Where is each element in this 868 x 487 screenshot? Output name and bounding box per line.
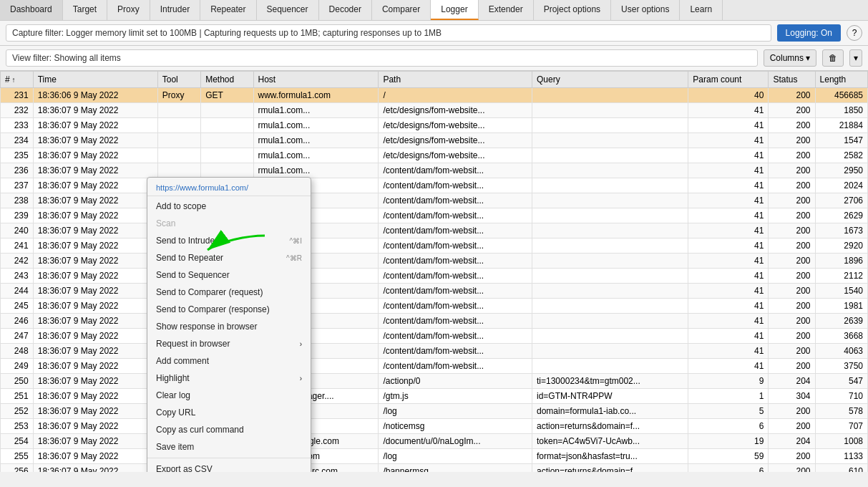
col-header-path[interactable]: Path xyxy=(379,72,532,88)
col-header-time[interactable]: Time xyxy=(33,72,157,88)
table-row[interactable]: 24818:36:07 9 May 2022rmula1.com.../cont… xyxy=(1,344,868,359)
col-header-host[interactable]: Host xyxy=(253,72,379,88)
view-filter-text: View filter: Showing all items xyxy=(6,49,758,67)
table-cell: 18:36:07 9 May 2022 xyxy=(33,178,157,193)
table-cell: 41 xyxy=(688,133,769,148)
nav-decoder[interactable]: Decoder xyxy=(319,0,372,20)
table-row[interactable]: 24618:36:07 9 May 2022rmula1.com.../cont… xyxy=(1,314,868,329)
logging-button[interactable]: Logging: On xyxy=(777,24,841,42)
menu-item[interactable]: Send to Comparer (response) xyxy=(147,301,311,318)
columns-button[interactable]: Columns ▾ xyxy=(764,49,816,67)
table-row[interactable]: 24718:36:07 9 May 2022rmula1.com.../cont… xyxy=(1,329,868,344)
nav-extender[interactable]: Extender xyxy=(479,0,534,20)
table-row[interactable]: 24318:36:07 9 May 2022rmula1.com.../cont… xyxy=(1,269,868,284)
table-cell: /bannermsg xyxy=(379,464,532,473)
table-cell: / xyxy=(379,88,532,103)
table-cell: /content/dam/fom-websit... xyxy=(379,254,532,269)
table-row[interactable]: 23718:36:07 9 May 2022rmula1.com.../cont… xyxy=(1,178,868,193)
table-row[interactable]: 23118:36:06 9 May 2022ProxyGETwww.formul… xyxy=(1,88,868,103)
menu-item[interactable]: Save item xyxy=(147,438,311,455)
table-row[interactable]: 23918:36:07 9 May 2022rmula1.com.../cont… xyxy=(1,208,868,223)
table-row[interactable]: 23218:36:07 9 May 2022rmula1.com.../etc/… xyxy=(1,103,868,118)
menu-item[interactable]: Send to Intruder^⌘I xyxy=(147,232,311,249)
menu-item[interactable]: Add comment xyxy=(147,352,311,370)
table-cell: 245 xyxy=(1,299,34,314)
menu-item[interactable]: Request in browser› xyxy=(147,335,311,352)
table-row[interactable]: 24118:36:07 9 May 2022rmula1.com.../cont… xyxy=(1,238,868,254)
table-cell: /etc/designs/fom-website... xyxy=(379,148,532,163)
table-row[interactable]: 25218:36:07 9 May 2022t.trustarc.com/log… xyxy=(1,404,868,419)
table-cell xyxy=(201,103,253,118)
menu-item[interactable]: Send to Comparer (request) xyxy=(147,284,311,301)
nav-intruder[interactable]: Intruder xyxy=(150,0,200,20)
nav-comparer[interactable]: Comparer xyxy=(372,0,431,20)
menu-item[interactable]: Highlight› xyxy=(147,370,311,387)
table-row[interactable]: 25118:36:07 9 May 2022oogletagmanager...… xyxy=(1,389,868,404)
col-header-num[interactable]: # xyxy=(1,72,34,88)
table-cell: token=AC4w5Vi7-UcAwb... xyxy=(532,434,688,449)
table-cell: /actionp/0 xyxy=(379,374,532,389)
table-cell: 200 xyxy=(769,329,815,344)
table-row[interactable]: 23518:36:07 9 May 2022rmula1.com.../etc/… xyxy=(1,148,868,163)
table-cell: 200 xyxy=(769,208,815,223)
table-row[interactable]: 24218:36:07 9 May 2022rmula1.com.../cont… xyxy=(1,254,868,269)
col-header-status[interactable]: Status xyxy=(769,72,815,88)
nav-logger[interactable]: Logger xyxy=(431,0,478,20)
table-row[interactable]: 24918:36:07 9 May 2022rmula1.com.../cont… xyxy=(1,359,868,374)
col-header-length[interactable]: Length xyxy=(815,72,867,88)
col-header-method[interactable]: Method xyxy=(201,72,253,88)
table-row[interactable]: 25018:36:07 9 May 2022lg.com.../actionp/… xyxy=(1,374,868,389)
table-cell: 610 xyxy=(815,464,867,473)
menu-item[interactable]: Copy as curl command xyxy=(147,421,311,438)
table-row[interactable]: 25318:36:07 9 May 2022t.trustarc.com/not… xyxy=(1,419,868,434)
table-row[interactable]: 25418:36:07 9 May 2022accounts.google.co… xyxy=(1,434,868,449)
menu-item[interactable]: Send to Repeater^⌘R xyxy=(147,249,311,266)
nav-target[interactable]: Target xyxy=(63,0,107,20)
col-header-param-count[interactable]: Param count xyxy=(688,72,769,88)
table-cell: 18:36:07 9 May 2022 xyxy=(33,148,157,163)
table-row[interactable]: 23318:36:07 9 May 2022rmula1.com.../etc/… xyxy=(1,118,868,133)
table-cell xyxy=(201,118,253,133)
table-cell: 18:36:07 9 May 2022 xyxy=(33,284,157,299)
nav-learn[interactable]: Learn xyxy=(680,0,723,20)
nav-dashboard[interactable]: Dashboard xyxy=(0,0,63,20)
menu-item-label: Scan xyxy=(156,218,175,228)
table-cell: 18:36:07 9 May 2022 xyxy=(33,449,157,464)
table-row[interactable]: 24018:36:07 9 May 2022rmula1.com.../cont… xyxy=(1,223,868,238)
table-row[interactable]: 25618:36:07 9 May 2022ProxyGETconsent.tr… xyxy=(1,464,868,473)
table-cell: 18:36:07 9 May 2022 xyxy=(33,223,157,238)
col-header-query[interactable]: Query xyxy=(532,72,688,88)
table-cell: 244 xyxy=(1,284,34,299)
menu-url[interactable]: https://www.formula1.com/ xyxy=(147,180,311,196)
menu-item[interactable]: Send to Sequencer xyxy=(147,266,311,284)
trash-dropdown-button[interactable]: ▾ xyxy=(849,49,862,67)
table-row[interactable]: 24418:36:07 9 May 2022rmula1.com.../cont… xyxy=(1,284,868,299)
menu-item[interactable]: Scan xyxy=(147,215,311,232)
table-row[interactable]: 23618:36:07 9 May 2022rmula1.com.../cont… xyxy=(1,163,868,178)
table-cell: 200 xyxy=(769,344,815,359)
menu-item-label: Clear log xyxy=(156,390,190,400)
col-header-tool[interactable]: Tool xyxy=(157,72,200,88)
trash-button[interactable]: 🗑 xyxy=(822,49,844,67)
table-cell: 41 xyxy=(688,193,769,208)
table-row[interactable]: 23818:36:07 9 May 2022rmula1.com.../cont… xyxy=(1,193,868,208)
menu-item-label: Send to Comparer (request) xyxy=(156,287,263,297)
menu-item[interactable]: Add to scope xyxy=(147,198,311,215)
nav-repeater[interactable]: Repeater xyxy=(200,0,256,20)
table-row[interactable]: 24518:36:07 9 May 2022rmula1.com.../cont… xyxy=(1,299,868,314)
nav-user-options[interactable]: User options xyxy=(611,0,680,20)
table-row[interactable]: 23418:36:07 9 May 2022rmula1.com.../etc/… xyxy=(1,133,868,148)
nav-sequencer[interactable]: Sequencer xyxy=(257,0,319,20)
table-cell: 2024 xyxy=(815,178,867,193)
nav-project-options[interactable]: Project options xyxy=(534,0,611,20)
table-cell: 18:36:07 9 May 2022 xyxy=(33,103,157,118)
help-button[interactable]: ? xyxy=(847,25,862,41)
table-row[interactable]: 25518:36:07 9 May 2022ProxyPOSTplay.goog… xyxy=(1,449,868,464)
menu-item[interactable]: Show response in browser xyxy=(147,318,311,335)
menu-item[interactable]: Clear log xyxy=(147,387,311,404)
menu-item[interactable]: Copy URL xyxy=(147,404,311,421)
menu-item[interactable]: Export as CSV xyxy=(147,461,311,472)
table-cell: /content/dam/fom-websit... xyxy=(379,359,532,374)
table-cell: 241 xyxy=(1,238,34,254)
nav-proxy[interactable]: Proxy xyxy=(107,0,150,20)
